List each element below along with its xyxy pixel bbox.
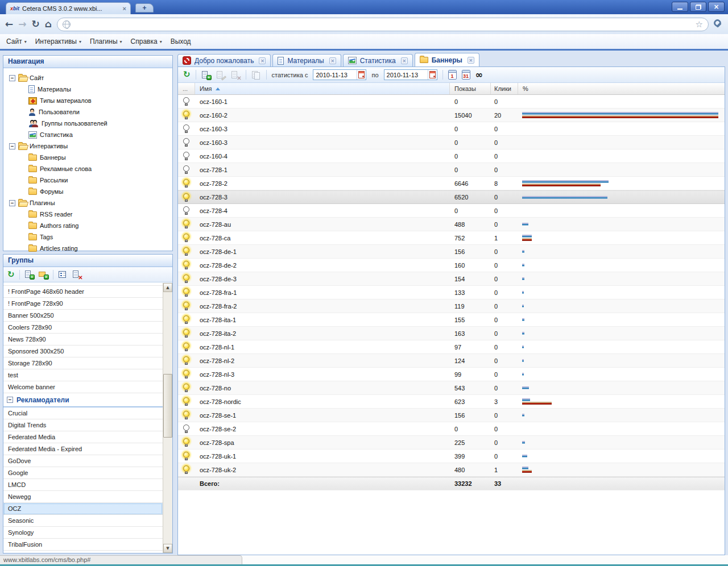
group-list-item[interactable]: ! FrontPage 728x90 [3,298,163,310]
bulb-on-icon[interactable] [183,261,190,269]
tree-leaf[interactable]: Рекламные слова [3,163,172,174]
group-list-item[interactable]: News 728x90 [3,334,163,346]
tree-leaf[interactable]: Articles rating [3,243,172,254]
advertiser-list-item[interactable]: Google [3,467,163,479]
tree-leaf[interactable]: Материалы [3,84,172,95]
bulb-on-icon[interactable] [183,220,190,228]
tree-leaf[interactable]: Баннеры [3,152,172,163]
bulb-off-icon[interactable] [183,424,190,433]
tab-Материалы[interactable]: Материалы× [272,54,341,66]
bulb-on-icon[interactable] [183,370,190,378]
tab-Статистика[interactable]: Статистика× [343,54,413,66]
bulb-off-icon[interactable] [183,138,190,147]
banner-row[interactable]: ocz-160-300 [178,136,725,149]
banner-row[interactable]: ocz-160-21504020 [178,109,725,122]
date-to-input[interactable] [384,72,428,78]
bulb-on-icon[interactable] [183,234,190,242]
scroll-up-button[interactable]: ▲ [163,283,172,292]
tab-close-icon[interactable]: × [401,57,408,64]
tree-leaf[interactable]: Группы пользователей [3,118,172,129]
bulb-on-icon[interactable] [183,452,190,460]
banner-row[interactable]: ocz-728-fra-21190 [178,299,725,313]
bulb-on-icon[interactable] [183,288,190,297]
tree-leaf[interactable]: Статистика [3,129,172,140]
group-list-item[interactable]: Storage 728x90 [3,357,163,369]
add-group-button[interactable]: + [24,270,34,279]
menu-item[interactable]: Интерактивы▾ [35,38,81,45]
address-bar[interactable]: ☆ [57,18,709,31]
column-header-shows[interactable]: Показы [450,83,491,94]
menu-item[interactable]: Выход [171,38,191,45]
tree-leaf[interactable]: Пользователи [3,106,172,118]
add-folder-button[interactable]: + [39,270,48,279]
scroll-down-button[interactable]: ▼ [163,544,172,553]
advertiser-list-item[interactable]: Synology [3,527,163,539]
group-list-item[interactable]: ! FrontPage 468x60 header [3,286,163,298]
delete-group-button[interactable]: ✕ [72,270,82,279]
column-header-name[interactable]: Имя [195,83,450,94]
group-list-item[interactable]: Coolers 728x90 [3,322,163,334]
tree-node[interactable]: −Сайт [3,72,172,84]
tree-node[interactable]: −Интерактивы [3,140,172,152]
tree-collapse-icon[interactable]: − [9,143,15,149]
advertiser-list-item[interactable]: Seasonic [3,515,163,527]
bulb-on-icon[interactable] [183,465,190,474]
banner-row[interactable]: ocz-728-ca7521 [178,231,725,245]
refresh-icon[interactable]: ↻ [7,270,15,279]
banner-row[interactable]: ocz-728-uk-24801 [178,463,725,477]
tree-collapse-icon[interactable]: − [9,200,15,206]
tree-node[interactable]: −Плагины [3,197,172,209]
bulb-on-icon[interactable] [183,438,190,447]
bulb-on-icon[interactable] [183,111,190,119]
bulb-on-icon[interactable] [183,384,190,392]
advertiser-list-item[interactable]: LMCD [3,479,163,491]
browser-tab[interactable]: xbit Cetera CMS 3.0.2 www.xbi... × [6,2,131,14]
bulb-off-icon[interactable] [183,152,190,160]
bulb-on-icon[interactable] [183,397,190,406]
home-button[interactable]: ⌂ [45,19,52,29]
bulb-on-icon[interactable] [183,329,190,338]
tree-collapse-icon[interactable]: − [9,75,15,81]
bookmark-star-icon[interactable]: ☆ [696,19,703,30]
tab-close-icon[interactable]: × [329,57,336,64]
link-icon[interactable]: ∞ [475,70,483,80]
banner-row[interactable]: ocz-728-nl-21240 [178,354,725,368]
menu-item[interactable]: Плагины▾ [90,38,122,45]
column-header-percent[interactable]: % [518,83,725,94]
bulb-on-icon[interactable] [183,247,190,256]
url-input[interactable] [75,20,692,28]
minimize-button[interactable] [672,2,688,12]
advertiser-list-item[interactable]: TribalFusion [3,539,163,551]
calendar-picker-icon[interactable] [357,70,366,80]
banner-row[interactable]: ocz-728-de-21600 [178,259,725,272]
section-collapse-icon[interactable]: − [7,397,13,403]
bulb-on-icon[interactable] [183,356,190,365]
date-from-input[interactable] [313,72,357,78]
banner-row[interactable]: ocz-160-400 [178,149,725,163]
advertisers-section-header[interactable]: −Рекламодатели [3,393,163,407]
advertiser-list-item[interactable]: Crucial [3,407,163,419]
day-view-button[interactable]: 1 [448,70,457,80]
tree-leaf[interactable]: Tags [3,231,172,243]
bulb-on-icon[interactable] [183,274,190,283]
banner-row[interactable]: ocz-728-nl-1970 [178,340,725,354]
banner-row[interactable]: ocz-728-ita-21630 [178,327,725,340]
banner-row[interactable]: ocz-728-se-200 [178,422,725,436]
group-list-item[interactable]: Welcome banner [3,381,163,393]
back-button[interactable]: ← [5,19,13,29]
banner-row[interactable]: ocz-728-no5430 [178,381,725,395]
banner-row[interactable]: ocz-728-365200 [178,190,725,204]
bulb-on-icon[interactable] [183,193,190,202]
tree-leaf[interactable]: RSS reader [3,209,172,220]
tab-close-icon[interactable]: × [468,57,474,64]
bulb-off-icon[interactable] [183,165,190,174]
banner-row[interactable]: ocz-160-300 [178,122,725,136]
banner-row[interactable]: ocz-728-de-11560 [178,245,725,259]
tree-leaf[interactable]: Authors rating [3,220,172,231]
tab-close-icon[interactable]: × [259,57,266,64]
bulb-on-icon[interactable] [183,411,190,419]
advertiser-list-item[interactable]: Federated Media - Expired [3,443,163,455]
calendar-picker-icon[interactable] [428,70,437,80]
column-header-clicks[interactable]: Клики [491,83,518,94]
menu-item[interactable]: Справка▾ [131,38,162,45]
